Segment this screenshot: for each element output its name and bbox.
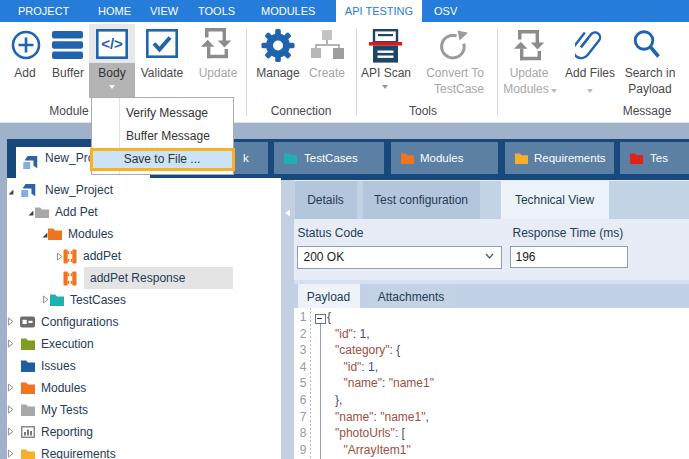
svg-text:</>: </> — [101, 35, 123, 52]
